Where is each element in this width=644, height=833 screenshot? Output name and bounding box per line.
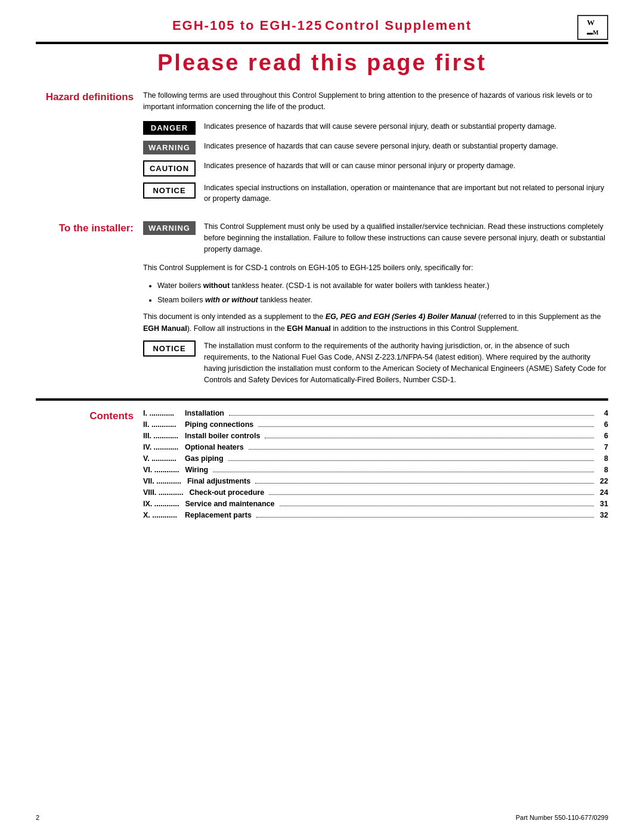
part-number: Part Number 550-110-677/0299 xyxy=(516,814,608,821)
installer-content: WARNING This Control Supplement must onl… xyxy=(143,221,608,385)
warning-badge: WARNING xyxy=(143,141,196,154)
contents-page-7: 24 xyxy=(596,488,608,497)
hazard-heading: Hazard definitions xyxy=(36,91,134,103)
contents-label-0: Installation xyxy=(185,409,224,417)
contents-num-1: II. ............ xyxy=(143,420,179,429)
contents-row: VIII. ............ Check-out procedure 2… xyxy=(143,488,608,497)
contents-page-0: 4 xyxy=(596,409,608,417)
contents-list: I. ............ Installation 4 II. .....… xyxy=(143,409,608,522)
header-title-red: EGH-105 to EGH-125 xyxy=(172,18,323,33)
top-divider xyxy=(36,42,608,44)
contents-row: VII. ............ Final adjustments 22 xyxy=(143,477,608,485)
notice-row: NOTICE Indicates special instructions on… xyxy=(143,182,608,205)
contents-label-5: Wiring xyxy=(185,466,208,474)
contents-num-9: X. ............ xyxy=(143,511,179,519)
contents-dots-2 xyxy=(265,438,594,438)
contents-num-0: I. ............ xyxy=(143,409,179,417)
contents-dots-6 xyxy=(255,483,594,484)
page-number: 2 xyxy=(36,814,39,821)
hazard-content: The following terms are used throughout … xyxy=(143,90,608,210)
installer-bullets: Water boilers without tankless heater. (… xyxy=(151,280,608,306)
contents-label-6: Final adjustments xyxy=(187,477,250,485)
main-title: Please read this page first xyxy=(36,50,608,76)
caution-badge: CAUTION xyxy=(143,160,196,176)
header-title: EGH-105 to EGH-125 Control Supplement xyxy=(172,18,472,33)
contents-page-9: 32 xyxy=(596,511,608,519)
contents-row: II. ............ Piping connections 6 xyxy=(143,420,608,429)
wm-logo: W▬M xyxy=(577,15,608,40)
installer-para1: This Control Supplement is for CSD-1 con… xyxy=(143,262,608,274)
contents-label-7: Check-out procedure xyxy=(189,488,264,497)
contents-row: IX. ............ Service and maintenance… xyxy=(143,500,608,508)
contents-heading: Contents xyxy=(36,410,134,422)
danger-desc: Indicates presence of hazards that will … xyxy=(204,121,608,132)
caution-desc: Indicates presence of hazards that will … xyxy=(204,160,608,172)
contents-dots-0 xyxy=(229,415,594,416)
bullet-item-2: Steam boilers with or without tankless h… xyxy=(157,294,608,306)
contents-row: IV. ............ Optional heaters 7 xyxy=(143,443,608,451)
hazard-intro-text: The following terms are used throughout … xyxy=(143,90,608,113)
warning-row: WARNING Indicates presence of hazards th… xyxy=(143,141,608,154)
contents-dots-9 xyxy=(256,517,594,518)
contents-label-9: Replacement parts xyxy=(185,511,252,519)
installer-label: To the installer: xyxy=(36,221,143,385)
contents-num-5: VI. ............ xyxy=(143,466,179,474)
logo-text: W▬M xyxy=(587,18,598,37)
hazard-section: Hazard definitions The following terms a… xyxy=(36,90,608,210)
contents-num-4: V. ............ xyxy=(143,454,179,463)
installer-warning-text: This Control Supplement must only be use… xyxy=(204,221,608,255)
contents-label-8: Service and maintenance xyxy=(185,500,274,508)
contents-label: Contents xyxy=(36,409,143,522)
installer-warning-badge: WARNING xyxy=(143,221,196,235)
notice-badge: NOTICE xyxy=(143,182,196,199)
contents-row: V. ............ Gas piping 8 xyxy=(143,454,608,463)
contents-label-1: Piping connections xyxy=(185,420,253,429)
contents-row: VI. ............ Wiring 8 xyxy=(143,466,608,474)
contents-label-4: Gas piping xyxy=(185,454,224,463)
contents-row: I. ............ Installation 4 xyxy=(143,409,608,417)
bullet-item-1: Water boilers without tankless heater. (… xyxy=(157,280,608,292)
contents-num-7: VIII. ............ xyxy=(143,488,183,497)
installer-heading: To the installer: xyxy=(36,222,134,234)
page-footer: 2 Part Number 550-110-677/0299 xyxy=(36,814,608,821)
installer-section: To the installer: WARNING This Control S… xyxy=(36,221,608,385)
contents-label-2: Install boiler controls xyxy=(185,432,260,440)
caution-row: CAUTION Indicates presence of hazards th… xyxy=(143,160,608,176)
contents-page-3: 7 xyxy=(596,443,608,451)
installer-notice-row: NOTICE The installation must conform to … xyxy=(143,340,608,385)
contents-page-2: 6 xyxy=(596,432,608,440)
notice-desc: Indicates special instructions on instal… xyxy=(204,182,608,205)
installer-warning-row: WARNING This Control Supplement must onl… xyxy=(143,221,608,255)
contents-page-8: 31 xyxy=(596,500,608,508)
contents-section: Contents I. ............ Installation 4 … xyxy=(36,409,608,522)
contents-row: III. ............ Install boiler control… xyxy=(143,432,608,440)
danger-badge: DANGER xyxy=(143,121,196,135)
contents-label-3: Optional heaters xyxy=(185,443,244,451)
hazard-label: Hazard definitions xyxy=(36,90,143,210)
contents-table: I. ............ Installation 4 II. .....… xyxy=(143,409,608,519)
contents-dots-4 xyxy=(228,460,594,461)
contents-num-2: III. ............ xyxy=(143,432,179,440)
contents-dots-3 xyxy=(249,449,594,450)
installer-notice-badge: NOTICE xyxy=(143,340,196,357)
contents-page-6: 22 xyxy=(596,477,608,485)
contents-num-3: IV. ............ xyxy=(143,443,179,451)
installer-para2: This document is only intended as a supp… xyxy=(143,311,608,335)
warning-desc: Indicates presence of hazards that can c… xyxy=(204,141,608,152)
contents-num-6: VII. ............ xyxy=(143,477,181,485)
contents-row: X. ............ Replacement parts 32 xyxy=(143,511,608,519)
contents-dots-1 xyxy=(258,426,594,427)
contents-num-8: IX. ............ xyxy=(143,500,179,508)
contents-dots-8 xyxy=(280,506,594,506)
bottom-divider xyxy=(36,398,608,401)
contents-page-4: 8 xyxy=(596,454,608,463)
header-title-black: Control Supplement xyxy=(325,18,472,33)
danger-row: DANGER Indicates presence of hazards tha… xyxy=(143,121,608,135)
contents-dots-5 xyxy=(213,472,594,472)
installer-notice-text: The installation must conform to the req… xyxy=(204,340,608,385)
page-header: EGH-105 to EGH-125 Control Supplement W▬… xyxy=(36,18,608,33)
contents-dots-7 xyxy=(269,494,594,495)
contents-page-1: 6 xyxy=(596,420,608,429)
contents-page-5: 8 xyxy=(596,466,608,474)
